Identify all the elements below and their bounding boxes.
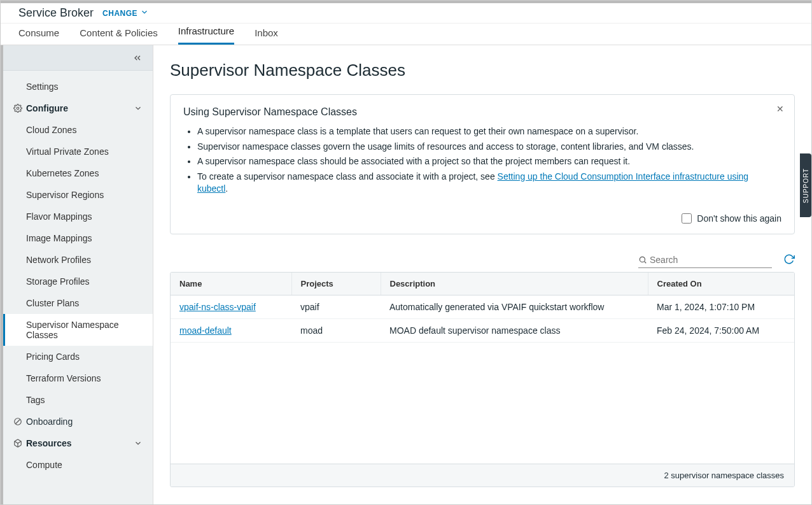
column-header[interactable]: Projects xyxy=(291,273,381,295)
change-label: CHANGE xyxy=(102,9,137,18)
row-name-link[interactable]: vpaif-ns-class-vpaif xyxy=(179,302,256,312)
gear-icon xyxy=(13,104,22,113)
sidebar-item[interactable]: Image Mappings xyxy=(3,227,153,249)
sidebar-collapse-button[interactable] xyxy=(3,45,153,71)
cell-created: Mar 1, 2024, 1:07:10 PM xyxy=(648,295,794,318)
sidebar-item[interactable]: Network Profiles xyxy=(3,249,153,271)
dont-show-checkbox[interactable] xyxy=(682,213,692,224)
svg-point-0 xyxy=(17,107,19,110)
cell-projects: moad xyxy=(291,318,381,342)
sidebar-group-label: Configure xyxy=(26,103,68,113)
data-table: NameProjectsDescriptionCreated On vpaif-… xyxy=(170,272,795,487)
top-bar: Service Broker CHANGE xyxy=(1,1,811,24)
info-bullet: A supervisor namespace class is a templa… xyxy=(197,125,781,138)
main-content: Supervisor Namespace Classes ✕ Using Sup… xyxy=(153,45,811,504)
sidebar-item[interactable]: Virtual Private Zones xyxy=(3,141,153,162)
sidebar-item[interactable]: Tags xyxy=(3,389,153,411)
cell-created: Feb 24, 2024, 7:50:00 AM xyxy=(648,318,794,342)
info-bullet: A supervisor namespace class should be a… xyxy=(197,155,781,168)
chevron-down-icon xyxy=(134,104,143,113)
circle-slash-icon xyxy=(13,417,22,426)
svg-point-4 xyxy=(640,257,645,262)
svg-line-2 xyxy=(16,420,20,424)
cube-icon xyxy=(13,439,22,448)
table-toolbar xyxy=(170,252,795,268)
info-card: ✕ Using Supervisor Namespace Classes A s… xyxy=(170,94,795,234)
sidebar-group-label: Resources xyxy=(26,438,72,448)
sidebar-item[interactable]: Storage Profiles xyxy=(3,271,153,292)
support-label: SUPPORT xyxy=(802,167,809,203)
chevron-down-icon xyxy=(140,8,149,18)
product-name: Service Broker xyxy=(18,6,94,20)
chevron-down-icon xyxy=(134,439,143,448)
info-heading: Using Supervisor Namespace Classes xyxy=(183,106,781,118)
double-chevron-left-icon xyxy=(132,53,143,63)
table-row[interactable]: vpaif-ns-class-vpaifvpaifAutomatically g… xyxy=(171,295,794,318)
cell-description: MOAD default supervisor namespace class xyxy=(381,318,648,342)
sidebar-group-configure[interactable]: Configure xyxy=(3,97,153,119)
close-icon[interactable]: ✕ xyxy=(776,104,784,114)
refresh-button[interactable] xyxy=(783,253,795,267)
dont-show-label: Don't show this again xyxy=(697,213,781,224)
sidebar-item[interactable]: Kubernetes Zones xyxy=(3,162,153,184)
column-header[interactable]: Description xyxy=(381,273,648,295)
cell-description: Automatically generated via VPAIF quicks… xyxy=(381,295,648,318)
sidebar-item[interactable]: Pricing Cards xyxy=(3,346,153,367)
info-bullet: To create a supervisor namespace class a… xyxy=(197,171,781,196)
sidebar-item[interactable]: Supervisor Namespace Classes xyxy=(3,314,153,346)
search-icon xyxy=(638,255,647,264)
sidebar-item[interactable]: Terraform Versions xyxy=(3,367,153,389)
info-bullet-list: A supervisor namespace class is a templa… xyxy=(183,125,781,196)
sidebar-item[interactable]: Flavor Mappings xyxy=(3,206,153,227)
change-service-link[interactable]: CHANGE xyxy=(102,8,149,18)
support-tab[interactable]: SUPPORT xyxy=(800,153,811,217)
sidebar-item[interactable]: Cloud Zones xyxy=(3,119,153,141)
sidebar-item[interactable]: Compute xyxy=(3,454,153,476)
column-header[interactable]: Created On xyxy=(648,273,794,295)
sidebar-item-label: Onboarding xyxy=(26,416,73,427)
search-box[interactable] xyxy=(638,252,772,268)
cell-projects: vpaif xyxy=(291,295,381,318)
refresh-icon xyxy=(783,253,795,265)
sidebar-item-settings[interactable]: Settings xyxy=(3,76,153,97)
sidebar-item[interactable]: Cluster Plans xyxy=(3,292,153,314)
tab-inbox[interactable]: Inbox xyxy=(255,22,278,45)
sidebar-item[interactable]: Supervisor Regions xyxy=(3,184,153,206)
search-input[interactable] xyxy=(647,253,772,266)
page-title: Supervisor Namespace Classes xyxy=(170,60,795,80)
tab-consume[interactable]: Consume xyxy=(18,22,59,45)
table-header-row: NameProjectsDescriptionCreated On xyxy=(171,273,794,295)
info-bullet: Supervisor namespace classes govern the … xyxy=(197,141,781,153)
column-header[interactable]: Name xyxy=(171,273,291,295)
svg-line-5 xyxy=(645,262,647,264)
table-footer: 2 supervisor namespace classes xyxy=(171,464,794,487)
table-row[interactable]: moad-defaultmoadMOAD default supervisor … xyxy=(171,318,794,342)
row-name-link[interactable]: moad-default xyxy=(179,325,232,336)
tab-content[interactable]: Content & Policies xyxy=(80,22,158,45)
primary-tabs: ConsumeContent & PoliciesInfrastructureI… xyxy=(1,24,811,45)
sidebar: Settings Configure Cloud ZonesVirtual Pr… xyxy=(1,45,153,504)
tab-infra[interactable]: Infrastructure xyxy=(178,20,234,45)
sidebar-group-resources[interactable]: Resources xyxy=(3,432,153,454)
sidebar-item-onboarding[interactable]: Onboarding xyxy=(3,411,153,432)
table-body: vpaif-ns-class-vpaifvpaifAutomatically g… xyxy=(171,295,794,342)
